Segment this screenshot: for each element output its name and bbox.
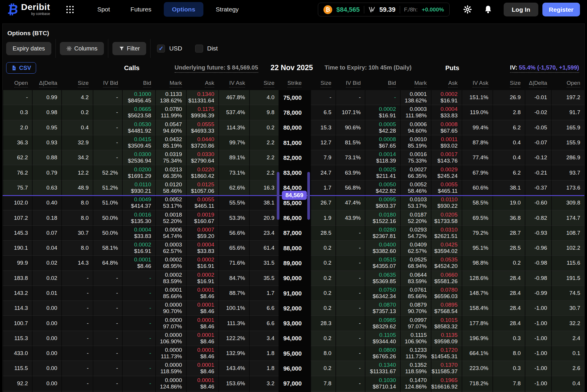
call-size-cell[interactable]: - xyxy=(61,361,93,376)
call-bid-cell[interactable]: 0.1000$8456.45 xyxy=(122,90,155,105)
call-iv-bid-cell[interactable]: 50.0% xyxy=(93,226,122,241)
call-bid-cell[interactable]: - xyxy=(122,271,155,286)
call-iv-bid-cell[interactable]: - xyxy=(93,120,122,135)
put-delta-cell[interactable]: -1.00 xyxy=(525,316,551,331)
put-size2-cell[interactable]: 28.7 xyxy=(492,226,525,241)
call-mark-cell[interactable]: 0.000090.70% xyxy=(155,301,186,316)
call-iv-bid-cell[interactable]: 58.1% xyxy=(93,241,122,256)
nav-item-spot[interactable]: Spot xyxy=(89,2,118,17)
call-size2-cell[interactable]: 2.2 xyxy=(249,165,279,180)
call-open-cell[interactable]: 107.2 xyxy=(3,210,32,225)
put-bid-cell[interactable]: 0.0050$422.82 xyxy=(365,180,400,195)
call-mark-cell[interactable]: 0.0000124.86% xyxy=(155,376,186,391)
put-iv-bid-cell[interactable]: 63.9% xyxy=(335,165,365,180)
put-size2-cell[interactable]: 28.4 xyxy=(492,301,525,316)
put-bid-cell[interactable]: 0.0280$2367.81 xyxy=(365,226,400,241)
put-open-cell[interactable]: 93.7 xyxy=(551,165,584,180)
put-iv-ask-cell[interactable]: 58.5% xyxy=(462,195,492,210)
put-iv-ask-cell[interactable]: 223.0% xyxy=(462,361,492,376)
put-bid-cell[interactable]: 0.1340$11331.67 xyxy=(365,361,400,376)
put-size-cell[interactable]: 28.3 xyxy=(311,316,335,331)
put-iv-bid-cell[interactable]: 81.5% xyxy=(335,135,365,150)
puts-header-size-6[interactable]: Size xyxy=(492,80,525,90)
put-iv-ask-cell[interactable]: 119.0% xyxy=(462,105,492,120)
call-bid-cell[interactable]: 0.0530$4481.92 xyxy=(122,120,155,135)
put-iv-bid-cell[interactable]: 73.1% xyxy=(335,150,365,165)
call-iv-bid-cell[interactable]: - xyxy=(93,361,122,376)
call-mark-cell[interactable]: 0.043285.19% xyxy=(155,135,186,150)
call-bid-cell[interactable]: - xyxy=(122,346,155,361)
call-open-cell[interactable]: 102.0 xyxy=(3,195,32,210)
put-size-cell[interactable]: 7.8 xyxy=(311,376,335,391)
put-delta-cell[interactable]: -1.00 xyxy=(525,331,551,346)
put-size2-cell[interactable]: 38.1 xyxy=(492,180,525,195)
put-mark-cell[interactable]: 0.001085.19% xyxy=(400,135,431,150)
put-mark-cell[interactable]: 0.010353.17% xyxy=(400,195,431,210)
put-iv-bid-cell[interactable]: - xyxy=(335,286,365,301)
call-iv-bid-cell[interactable]: - xyxy=(93,301,122,316)
put-bid-cell[interactable]: 0.1105$9344.40 xyxy=(365,331,400,346)
call-iv-ask-cell[interactable]: 73.1% xyxy=(218,165,249,180)
put-delta-cell[interactable]: -0.05 xyxy=(525,120,551,135)
call-bid-cell[interactable]: - xyxy=(122,331,155,346)
put-size2-cell[interactable]: 0.4 xyxy=(492,150,525,165)
put-iv-bid-cell[interactable]: - xyxy=(335,346,365,361)
call-size-cell[interactable]: 34.2 xyxy=(61,150,93,165)
put-bid-cell[interactable]: 0.0014$118.39 xyxy=(365,150,400,165)
iv-summary[interactable]: IV: 55.4% (-1,570, +1,599) xyxy=(510,64,579,73)
call-bid-cell[interactable]: 0.0415$3509.45 xyxy=(122,135,155,150)
put-iv-ask-cell[interactable]: 151.1% xyxy=(462,90,492,105)
put-ask-cell[interactable]: 0.0029$245.24 xyxy=(431,165,462,180)
call-open-cell[interactable]: 2.0 xyxy=(3,120,32,135)
put-size-cell[interactable]: 26.7 xyxy=(311,195,335,210)
put-mark-cell[interactable]: 0.001675.33% xyxy=(400,150,431,165)
call-delta-cell[interactable]: 0.00 xyxy=(32,316,61,331)
call-iv-ask-cell[interactable]: 467.8% xyxy=(218,90,249,105)
call-ask-cell[interactable]: 0.0002$16.91 xyxy=(186,256,218,271)
put-ask-cell[interactable]: 0.0660$5581.26 xyxy=(431,271,462,286)
put-delta-cell[interactable]: -0.21 xyxy=(525,165,551,180)
put-mark-cell[interactable]: 0.064483.59% xyxy=(400,271,431,286)
put-delta-cell[interactable]: -0.02 xyxy=(525,105,551,120)
call-bid-cell[interactable]: 0.0049$414.37 xyxy=(122,195,155,210)
put-open-cell[interactable]: 32.2 xyxy=(551,316,584,331)
put-iv-ask-cell[interactable]: 79.2% xyxy=(462,226,492,241)
put-iv-ask-cell[interactable]: 196.9% xyxy=(462,331,492,346)
put-delta-cell[interactable]: -0.96 xyxy=(525,241,551,256)
call-bid-cell[interactable]: 0.0001$8.46 xyxy=(122,256,155,271)
call-iv-bid-cell[interactable]: - xyxy=(93,105,122,120)
call-size2-cell[interactable]: 6.6 xyxy=(249,301,279,316)
put-size2-cell[interactable]: 2.8 xyxy=(492,105,525,120)
put-ask-cell[interactable]: 0.1965$16616.92 xyxy=(431,376,462,391)
call-delta-cell[interactable]: 0.02 xyxy=(32,271,61,286)
put-delta-cell[interactable]: -1.00 xyxy=(525,376,551,391)
put-size-cell[interactable]: 1.9 xyxy=(311,210,335,225)
put-open-cell[interactable]: 2.4 xyxy=(551,331,584,346)
dist-checkbox-box[interactable]: ✓ xyxy=(195,45,203,53)
register-button[interactable]: Register xyxy=(542,3,580,16)
put-size2-cell[interactable]: 28.4 xyxy=(492,271,525,286)
call-size2-cell[interactable]: 31.5 xyxy=(249,256,279,271)
put-iv-ask-cell[interactable]: 95.1% xyxy=(462,241,492,256)
call-iv-bid-cell[interactable]: 64.8% xyxy=(93,256,122,271)
calls-header-iv-bid-3[interactable]: IV Bid xyxy=(93,80,122,90)
put-bid-cell[interactable]: 0.0002$16.91 xyxy=(365,105,400,120)
put-ask-cell[interactable]: 0.0425$3594.02 xyxy=(431,241,462,256)
put-iv-bid-cell[interactable]: 43.9% xyxy=(335,210,365,225)
put-open-cell[interactable]: 165.9 xyxy=(551,120,584,135)
call-iv-bid-cell[interactable]: - xyxy=(93,135,122,150)
put-iv-bid-cell[interactable]: - xyxy=(335,271,365,286)
dist-checkbox[interactable]: ✓ Dist xyxy=(195,45,218,53)
put-iv-ask-cell[interactable]: 128.6% xyxy=(462,271,492,286)
call-size2-cell[interactable]: 1.7 xyxy=(249,286,279,301)
put-ask-cell[interactable]: 0.0055$465.11 xyxy=(431,180,462,195)
put-mark-cell[interactable]: 0.076185.66% xyxy=(400,286,431,301)
call-mark-cell[interactable]: 0.000654.74% xyxy=(155,226,186,241)
call-delta-cell[interactable]: 0.00 xyxy=(32,331,61,346)
call-size2-cell[interactable]: 4.0 xyxy=(249,90,279,105)
call-open-cell[interactable]: 433.0 xyxy=(3,346,32,361)
put-iv-ask-cell[interactable]: 664.1% xyxy=(462,346,492,361)
nav-item-strategy[interactable]: Strategy xyxy=(208,2,247,17)
put-ask-cell[interactable]: 0.0004$33.83 xyxy=(431,105,462,120)
call-iv-bid-cell[interactable]: 51.2% xyxy=(93,180,122,195)
